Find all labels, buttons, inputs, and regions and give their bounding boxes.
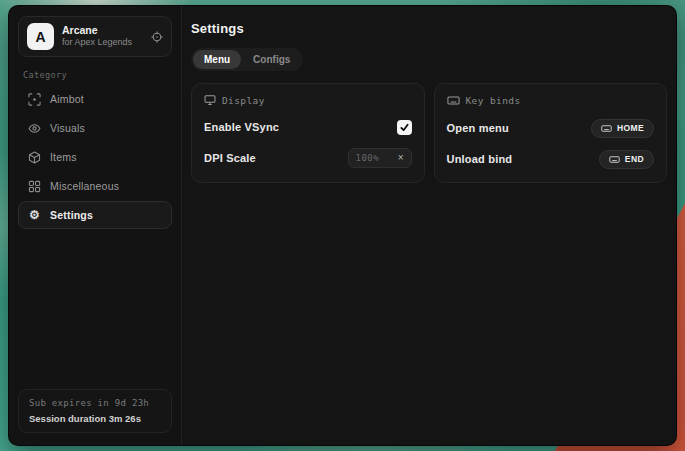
eye-icon [28, 122, 41, 135]
page-title: Settings [191, 21, 667, 36]
sidebar-item-settings[interactable]: ⚙ Settings [18, 201, 172, 229]
sidebar-spacer [18, 229, 172, 389]
sidebar: A Arcane for Apex Legends Category [9, 6, 182, 445]
app-window: A Arcane for Apex Legends Category [8, 5, 677, 446]
display-card: Display Enable VSync DPI Scale 1 [191, 83, 425, 183]
unload-bind-key: END [625, 154, 644, 164]
sidebar-nav: Aimbot Visuals [18, 85, 172, 229]
dpi-scale-input[interactable]: 100% × [348, 148, 412, 168]
sidebar-item-label: Items [50, 151, 77, 163]
keyboard-icon [601, 123, 612, 134]
main-content: Settings Menu Configs Display [182, 6, 676, 445]
sidebar-item-label: Aimbot [50, 93, 84, 105]
clear-icon[interactable]: × [398, 153, 404, 163]
keybinds-card: Key binds Open menu HOME [434, 83, 668, 183]
sidebar-item-items[interactable]: Items [18, 143, 172, 171]
dpi-label: DPI Scale [204, 152, 256, 164]
settings-cards: Display Enable VSync DPI Scale 1 [191, 83, 667, 183]
unload-bind-label: Unload bind [447, 153, 513, 165]
session-duration-text: Session duration 3m 26s [29, 413, 161, 424]
checkmark-icon [400, 123, 409, 132]
logo-card: A Arcane for Apex Legends [18, 16, 172, 57]
keyboard-icon [447, 94, 460, 107]
sidebar-item-visuals[interactable]: Visuals [18, 114, 172, 142]
keybinds-card-title: Key binds [466, 95, 521, 106]
app-subtitle: for Apex Legends [62, 37, 143, 48]
unload-bind-button[interactable]: END [599, 150, 654, 169]
box-icon [28, 151, 41, 164]
dpi-row: DPI Scale 100% × [204, 148, 412, 168]
sidebar-item-miscellaneous[interactable]: Miscellaneous [18, 172, 172, 200]
sidebar-item-label: Settings [50, 209, 93, 221]
sidebar-item-label: Miscellaneous [50, 180, 119, 192]
screen: A Arcane for Apex Legends Category [0, 0, 685, 451]
open-menu-bind-button[interactable]: HOME [591, 119, 654, 138]
sub-expiry-text: Sub expires in 9d 23h [29, 398, 161, 408]
vsync-row: Enable VSync [204, 117, 412, 137]
keybinds-card-header: Key binds [447, 94, 655, 107]
sidebar-item-aimbot[interactable]: Aimbot [18, 85, 172, 113]
tab-configs[interactable]: Configs [242, 50, 301, 69]
grid-icon [28, 180, 41, 193]
monitor-icon [204, 94, 216, 106]
tab-bar: Menu Configs [191, 48, 303, 71]
vsync-checkbox[interactable] [397, 120, 412, 135]
unload-bind-row: Unload bind END [447, 149, 655, 169]
category-label: Category [23, 70, 167, 80]
open-menu-label: Open menu [447, 122, 509, 134]
app-title: Arcane [62, 24, 143, 37]
sidebar-item-label: Visuals [50, 122, 85, 134]
display-card-header: Display [204, 94, 412, 106]
open-menu-key: HOME [617, 123, 644, 133]
display-card-title: Display [222, 95, 265, 106]
tab-menu[interactable]: Menu [193, 50, 241, 69]
vsync-label: Enable VSync [204, 121, 279, 133]
keyboard-icon [609, 154, 620, 165]
gear-icon: ⚙ [28, 209, 41, 221]
dpi-value: 100% [356, 153, 380, 163]
crosshair-icon [28, 93, 41, 106]
logo-text: Arcane for Apex Legends [62, 24, 143, 48]
target-icon [151, 31, 163, 43]
app-logo: A [27, 23, 54, 50]
subscription-info-box: Sub expires in 9d 23h Session duration 3… [18, 389, 172, 433]
open-menu-row: Open menu HOME [447, 118, 655, 138]
